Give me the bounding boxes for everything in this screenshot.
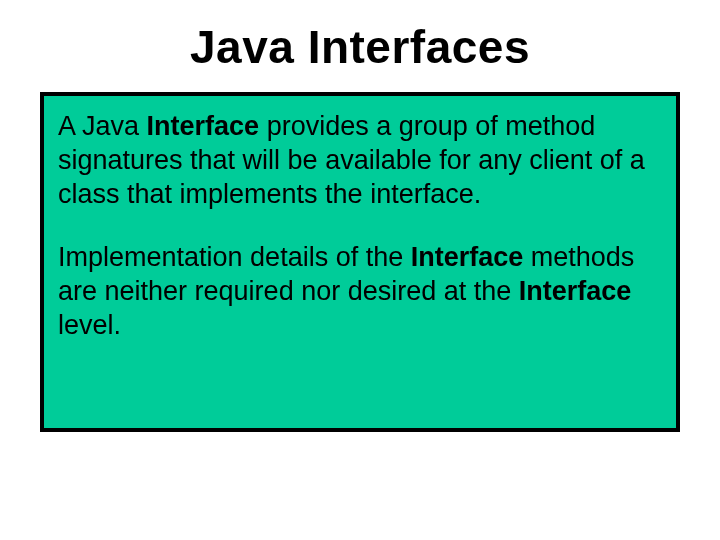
- p2-text-post: level.: [58, 310, 121, 340]
- p2-bold-interface-2: Interface: [519, 276, 632, 306]
- p2-text-pre: Implementation details of the: [58, 242, 411, 272]
- slide-title: Java Interfaces: [40, 20, 680, 74]
- p1-bold-interface: Interface: [147, 111, 260, 141]
- content-panel: A Java Interface provides a group of met…: [40, 92, 680, 432]
- p2-bold-interface-1: Interface: [411, 242, 524, 272]
- paragraph-2: Implementation details of the Interface …: [58, 241, 662, 342]
- paragraph-1: A Java Interface provides a group of met…: [58, 110, 662, 211]
- slide: Java Interfaces A Java Interface provide…: [0, 0, 720, 540]
- p1-text-pre: A Java: [58, 111, 147, 141]
